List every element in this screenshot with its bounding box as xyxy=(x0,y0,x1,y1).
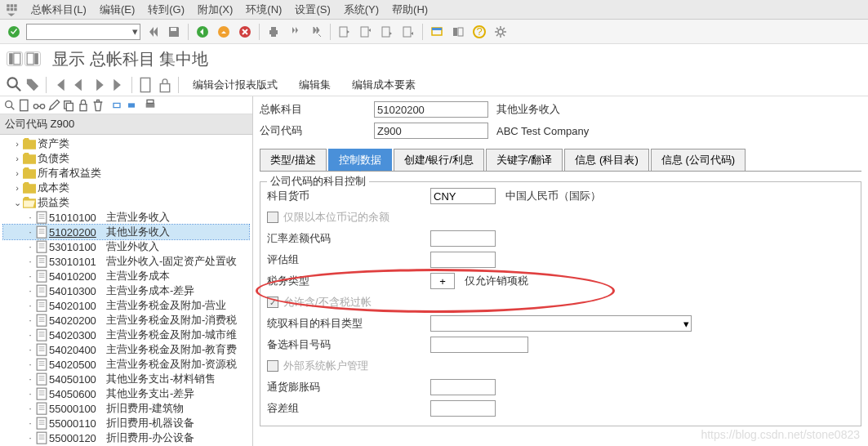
first-page-icon[interactable] xyxy=(336,23,354,41)
next-icon[interactable] xyxy=(91,77,107,93)
session-icon[interactable] xyxy=(428,23,446,41)
tab-info-coa[interactable]: 信息 (科目表) xyxy=(564,149,648,171)
prev-page-icon[interactable] xyxy=(357,23,375,41)
svg-rect-23 xyxy=(20,100,28,110)
company-code-control-group: 公司代码的科目控制 科目货币 中国人民币（国际） 仅限以本位币记的余额 汇率差额… xyxy=(260,181,861,426)
print-icon[interactable] xyxy=(265,23,283,41)
next-page-icon[interactable] xyxy=(378,23,396,41)
save-icon[interactable] xyxy=(165,23,183,41)
layout-left-icon[interactable] xyxy=(7,51,23,66)
enter-icon[interactable] xyxy=(5,23,23,41)
tree-new-icon[interactable] xyxy=(18,99,31,112)
svg-rect-5 xyxy=(361,27,368,37)
cancel-icon[interactable] xyxy=(236,23,254,41)
recon-select[interactable]: ▾ xyxy=(430,315,692,332)
menu-edit[interactable]: 编辑(E) xyxy=(93,2,141,17)
tree-item[interactable]: ·51010100 主营业务收入 xyxy=(3,210,249,225)
tree-item[interactable]: ·53010101 营业外收入-固定资产处置收 xyxy=(3,254,249,269)
menu-general-ledger[interactable]: 总帐科目(L) xyxy=(24,2,93,17)
layout-right-icon[interactable] xyxy=(24,51,41,66)
menu-extras[interactable]: 附加(X) xyxy=(191,2,239,17)
tree-copy-icon[interactable] xyxy=(62,99,75,112)
tree-item[interactable]: ·51020200 其他业务收入 xyxy=(3,225,249,239)
tree-item[interactable]: ·54020200 主营业务税金及附加-消费税 xyxy=(3,313,249,328)
tree-delete-icon[interactable] xyxy=(91,99,105,112)
tree-glasses-icon[interactable] xyxy=(33,99,46,112)
back-icon[interactable] xyxy=(194,23,211,41)
prev-icon[interactable] xyxy=(71,77,87,93)
exrate-field[interactable] xyxy=(430,230,496,247)
tree-category[interactable]: ›负债类 xyxy=(3,151,249,166)
allow-notax-label: 允许含/不含税过帐 xyxy=(283,295,447,310)
last-icon[interactable] xyxy=(110,77,127,93)
tree-item[interactable]: ·54020300 主营业务税金及附加-城市维 xyxy=(3,328,249,342)
tab-control-data[interactable]: 控制数据 xyxy=(328,149,392,171)
tree-category-open[interactable]: ⌄损益类 xyxy=(3,195,249,210)
edit-fs-layout-button[interactable]: 编辑会计报表版式 xyxy=(184,75,287,95)
tree-find-icon[interactable] xyxy=(3,99,16,112)
tab-type[interactable]: 类型/描述 xyxy=(260,149,327,171)
tree-expand-icon[interactable] xyxy=(110,99,123,112)
tree-category[interactable]: ›所有者权益类 xyxy=(3,166,249,181)
tree-item[interactable]: ·54020500 主营业务税金及附加-资源税 xyxy=(3,357,249,372)
tree-item[interactable]: ·54050100 其他业务支出-材料销售 xyxy=(3,372,249,386)
menu-settings[interactable]: 设置(S) xyxy=(288,2,336,17)
tree-item[interactable]: ·54020400 主营业务税金及附加-教育费 xyxy=(3,342,249,357)
alt-field[interactable] xyxy=(430,337,528,353)
tab-create[interactable]: 创建/银行/利息 xyxy=(394,149,484,171)
tree-item-label: 营业外收入 xyxy=(106,239,159,254)
change-icon[interactable] xyxy=(24,77,41,93)
tree-collapse-icon[interactable] xyxy=(125,99,138,112)
tree-item[interactable]: ·54020100 主营业务税金及附加-营业 xyxy=(3,298,249,313)
tree-item[interactable]: ·55000100 折旧费用-建筑物 xyxy=(3,401,249,416)
menu-goto[interactable]: 转到(G) xyxy=(141,2,191,17)
valgroup-field[interactable] xyxy=(430,252,496,268)
company-code-field[interactable] xyxy=(374,123,488,139)
currency-desc: 中国人民币（国际） xyxy=(505,189,601,203)
doc-icon[interactable] xyxy=(137,77,154,93)
tree-category[interactable]: ›资产类 xyxy=(3,136,249,151)
last-page-icon[interactable] xyxy=(399,23,417,41)
menu-environment[interactable]: 环境(N) xyxy=(239,2,288,17)
menubar: 总帐科目(L) 编辑(E) 转到(G) 附加(X) 环境(N) 设置(S) 系统… xyxy=(0,0,868,20)
tree-print-icon[interactable] xyxy=(144,99,157,112)
tree-item[interactable]: ·55000110 折旧费用-机器设备 xyxy=(3,416,249,430)
chevron-left-icon[interactable] xyxy=(144,23,162,41)
taxtype-field[interactable] xyxy=(430,273,455,289)
tree-label: 所有者权益类 xyxy=(38,166,101,181)
svg-rect-33 xyxy=(37,241,47,252)
tree-lock-icon[interactable] xyxy=(77,99,90,112)
tol-field[interactable] xyxy=(430,400,496,417)
app-menu-icon[interactable] xyxy=(5,2,20,17)
edit-set-button[interactable]: 编辑集 xyxy=(290,75,340,95)
display-icon[interactable] xyxy=(7,77,23,93)
help-icon[interactable]: ? xyxy=(470,23,488,41)
tree-category[interactable]: ›成本类 xyxy=(3,181,249,195)
first-icon[interactable] xyxy=(51,77,68,93)
account-tree[interactable]: ›资产类 ›负债类 ›所有者权益类 ›成本类 ⌄损益类 ·51010100 主营… xyxy=(0,135,252,446)
main-toolbar: ▾ ? xyxy=(0,20,868,44)
tab-info-cc[interactable]: 信息 (公司代码) xyxy=(651,149,746,171)
tree-edit-icon[interactable] xyxy=(47,99,60,112)
infl-field[interactable] xyxy=(430,379,496,395)
menu-system[interactable]: 系统(Y) xyxy=(337,2,385,17)
account-number-field[interactable] xyxy=(374,101,488,118)
settings-icon[interactable] xyxy=(492,23,510,41)
recon-label: 统驭科目的科目类型 xyxy=(267,316,430,331)
find-icon[interactable] xyxy=(286,23,304,41)
tree-item[interactable]: ·54010200 主营业务成本 xyxy=(3,269,249,283)
edit-cost-element-button[interactable]: 编辑成本要素 xyxy=(343,75,425,95)
tree-item[interactable]: ·55000120 折旧费用-办公设备 xyxy=(3,430,249,445)
layout-icon[interactable] xyxy=(449,23,467,41)
local-currency-checkbox xyxy=(267,212,278,223)
currency-field[interactable] xyxy=(430,188,496,204)
tree-item[interactable]: ·54010300 主营业务成本-差异 xyxy=(3,283,249,298)
command-field[interactable]: ▾ xyxy=(26,24,140,40)
lock-icon[interactable] xyxy=(157,77,173,93)
find-next-icon[interactable] xyxy=(307,23,325,41)
exit-icon[interactable] xyxy=(215,23,233,41)
tab-keyword[interactable]: 关键字/翻译 xyxy=(486,149,563,171)
tree-item[interactable]: ·53010100 营业外收入 xyxy=(3,239,249,254)
tree-item[interactable]: ·54050600 其他业务支出-差异 xyxy=(3,386,249,401)
menu-help[interactable]: 帮助(H) xyxy=(385,2,434,17)
